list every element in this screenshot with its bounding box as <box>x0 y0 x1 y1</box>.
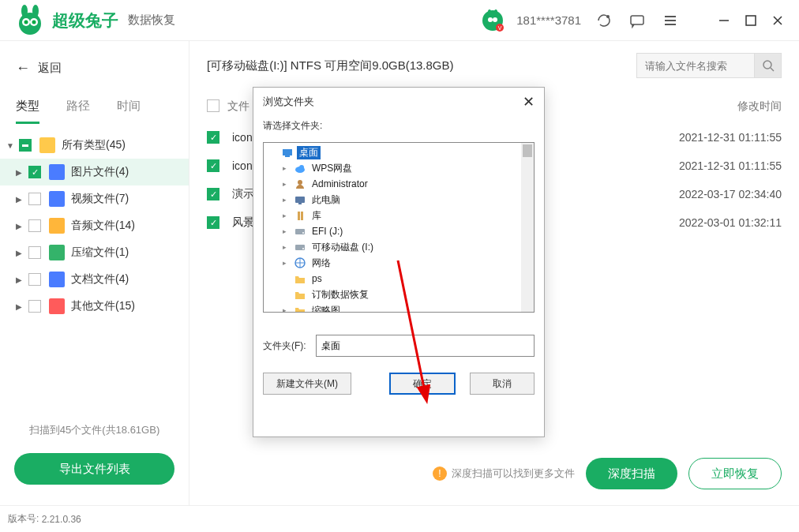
browse-folder-dialog: 浏览文件夹 ✕ 请选择文件夹: 桌面▸WPS网盘▸Administrator▸此… <box>253 87 545 437</box>
disk-title: [可移动磁盘(I:)] NTFS 可用空间9.0GB(13.8GB) <box>207 58 621 73</box>
warning-icon: ! <box>433 466 447 481</box>
checkbox[interactable] <box>28 219 41 232</box>
minimize-button[interactable] <box>717 13 731 28</box>
main-header: [可移动磁盘(I:)] NTFS 可用空间9.0GB(13.8GB) <box>189 41 799 90</box>
svg-point-11 <box>493 17 497 22</box>
search-box <box>636 53 782 78</box>
app-name: 超级兔子 <box>52 9 118 32</box>
tree-videos[interactable]: ▶视频文件(7) <box>0 185 189 212</box>
tree-node[interactable]: ▸Administrator <box>264 176 534 192</box>
doc-icon <box>49 272 65 287</box>
folder-field-label: 文件夹(F): <box>263 339 306 353</box>
main-footer: !深度扫描可以找到更多文件 深度扫描 立即恢复 <box>189 442 799 505</box>
tree-images[interactable]: ▶✓图片文件(4) <box>0 159 189 185</box>
checkbox[interactable] <box>28 300 41 313</box>
ok-button[interactable]: 确定 <box>389 373 456 395</box>
svg-rect-18 <box>283 149 292 155</box>
folder-icon <box>39 137 55 153</box>
dialog-titlebar: 浏览文件夹 ✕ <box>253 88 544 116</box>
folder-field: 文件夹(F): <box>263 335 535 357</box>
close-button[interactable] <box>771 13 785 28</box>
checkbox[interactable] <box>28 246 41 259</box>
checkbox[interactable] <box>28 273 41 286</box>
tree-node[interactable]: 桌面 <box>264 144 534 160</box>
svg-point-1 <box>21 5 28 17</box>
folder-tree[interactable]: 桌面▸WPS网盘▸Administrator▸此电脑▸库▸EFI (J:)▸可移… <box>263 142 535 313</box>
tree-doc[interactable]: ▶文档文件(4) <box>0 266 189 293</box>
back-label: 返回 <box>38 61 62 76</box>
svg-point-6 <box>32 20 36 24</box>
tree-node[interactable]: ▸可移动磁盘 (I:) <box>264 239 534 255</box>
tree-all[interactable]: ▼所有类型(45) <box>0 132 189 159</box>
checkbox[interactable] <box>19 139 32 152</box>
tree-node[interactable]: ▸WPS网盘 <box>264 160 534 176</box>
app-subname: 数据恢复 <box>128 13 175 28</box>
folder-field-input[interactable] <box>316 335 535 357</box>
svg-rect-26 <box>301 212 303 220</box>
row-checkbox[interactable]: ✓ <box>207 159 219 172</box>
tree-node[interactable]: ▸网络 <box>264 255 534 271</box>
svg-point-21 <box>299 165 304 170</box>
tree-node[interactable]: ▸此电脑 <box>264 192 534 208</box>
video-icon <box>49 191 65 207</box>
dialog-buttons: 新建文件夹(M) 确定 取消 <box>263 373 535 395</box>
row-checkbox[interactable]: ✓ <box>207 131 219 144</box>
user-avatar[interactable]: V <box>482 9 504 32</box>
tree-other[interactable]: ▶其他文件(15) <box>0 293 189 320</box>
svg-rect-25 <box>298 212 300 220</box>
type-tree: ▼所有类型(45) ▶✓图片文件(4) ▶视频文件(7) ▶音频文件(14) ▶… <box>0 124 189 320</box>
maximize-button[interactable] <box>744 13 758 28</box>
refresh-icon[interactable] <box>594 10 614 31</box>
version-label: 版本号: <box>8 512 39 526</box>
svg-rect-16 <box>746 16 756 25</box>
cancel-button[interactable]: 取消 <box>470 373 535 395</box>
tab-time[interactable]: 时间 <box>117 99 141 124</box>
other-icon <box>49 298 65 314</box>
recover-button[interactable]: 立即恢复 <box>688 458 782 489</box>
deep-scan-button[interactable]: 深度扫描 <box>586 458 677 489</box>
svg-point-14 <box>606 15 610 18</box>
version-number: 2.21.0.36 <box>42 514 81 525</box>
tree-node[interactable]: ▸EFI (J:) <box>264 223 534 239</box>
tab-type[interactable]: 类型 <box>16 99 39 124</box>
archive-icon <box>49 245 65 260</box>
row-checkbox[interactable]: ✓ <box>207 188 219 200</box>
svg-point-2 <box>32 5 39 17</box>
new-folder-button[interactable]: 新建文件夹(M) <box>263 373 351 395</box>
dialog-title: 浏览文件夹 <box>263 95 314 109</box>
checkbox[interactable]: ✓ <box>28 166 41 178</box>
audio-icon <box>49 218 65 234</box>
sidebar: ← 返回 类型 路径 时间 ▼所有类型(45) ▶✓图片文件(4) ▶视频文件(… <box>0 41 189 505</box>
tree-audio[interactable]: ▶音频文件(14) <box>0 212 189 239</box>
svg-point-5 <box>24 20 28 24</box>
statusbar: 版本号: 2.21.0.36 <box>0 505 799 532</box>
svg-rect-24 <box>298 203 302 204</box>
feedback-icon[interactable] <box>627 10 647 31</box>
search-button[interactable] <box>755 53 782 78</box>
svg-point-30 <box>302 248 304 249</box>
tree-node[interactable]: ▸缩略图 <box>264 302 534 312</box>
tab-path[interactable]: 路径 <box>66 99 90 124</box>
svg-point-28 <box>302 232 304 234</box>
tree-node[interactable]: ps <box>264 271 534 287</box>
menu-icon[interactable] <box>660 10 681 31</box>
scroll-thumb[interactable] <box>523 144 532 157</box>
svg-rect-15 <box>631 16 643 24</box>
tree-zip[interactable]: ▶压缩文件(1) <box>0 239 189 266</box>
titlebar: 超级兔子 数据恢复 V 181****3781 <box>0 0 799 41</box>
svg-point-17 <box>763 61 771 69</box>
arrow-left-icon: ← <box>16 60 30 77</box>
back-button[interactable]: ← 返回 <box>0 52 189 84</box>
export-button[interactable]: 导出文件列表 <box>14 453 174 485</box>
dialog-close-button[interactable]: ✕ <box>523 93 535 111</box>
checkbox[interactable] <box>28 193 41 205</box>
scrollbar[interactable] <box>521 143 534 312</box>
svg-point-9 <box>494 9 498 17</box>
svg-point-10 <box>488 17 493 22</box>
search-input[interactable] <box>636 53 755 78</box>
tree-node[interactable]: 订制数据恢复 <box>264 287 534 302</box>
select-all-checkbox[interactable] <box>207 99 219 112</box>
tree-node[interactable]: ▸库 <box>264 208 534 223</box>
svg-point-0 <box>19 13 41 35</box>
row-checkbox[interactable]: ✓ <box>207 216 219 229</box>
